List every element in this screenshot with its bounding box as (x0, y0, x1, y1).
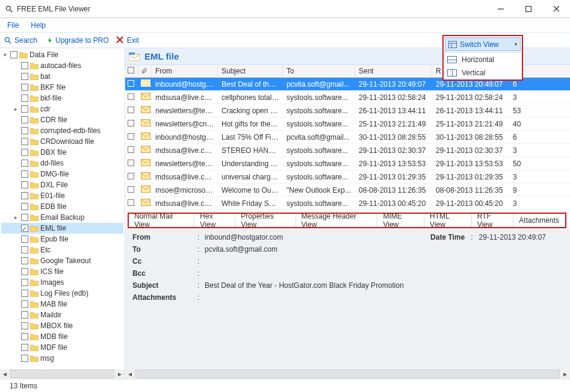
grid-header-attachment-icon[interactable] (138, 65, 152, 77)
view-tab[interactable]: Properties View (235, 214, 296, 227)
preview-subject-value: Best Deal of the Year - HostGator.com Bl… (205, 281, 563, 290)
tree-item-label: Maildir (40, 310, 61, 320)
tree-item[interactable]: DXL File (1, 179, 123, 190)
grid-header-checkbox[interactable] (125, 65, 138, 77)
grid-row[interactable]: msoe@microsoft.c...Welcome to Outl..."Ne… (125, 184, 570, 197)
scroll-track[interactable] (10, 370, 114, 378)
scroll-track[interactable] (135, 370, 560, 378)
tree-item[interactable]: E01-file (1, 190, 123, 201)
tree-item[interactable]: Etc (1, 244, 123, 255)
preview-bcc-label: Bcc (132, 269, 197, 278)
tree-item[interactable]: corrupted-edb-files (1, 125, 123, 136)
scroll-right-icon[interactable]: ▸ (560, 370, 570, 378)
scroll-left-icon[interactable]: ◂ (0, 370, 10, 378)
grid-row[interactable]: newsletters@tech...Cracking open th...sy… (125, 104, 570, 117)
tree-item-label: MDB file (40, 331, 67, 342)
minimize-button[interactable] (487, 0, 515, 18)
switch-view-button[interactable]: Switch View ▾ (445, 37, 521, 51)
grid-row[interactable]: inbound@hostga...Last 75% Off Fire ...pc… (125, 131, 570, 144)
view-tab[interactable]: Normal Mail View (129, 214, 194, 227)
sidebar-scrollbar[interactable]: ◂ ▸ (0, 369, 125, 379)
cell-received: 29-11-2013 02:58:24 (432, 93, 509, 102)
grid-body[interactable]: inbound@hostga...Best Deal of the Y...pc… (125, 78, 570, 210)
cell-subject: White Friday Sale ... (218, 199, 283, 208)
tree-item[interactable]: bat (1, 71, 123, 82)
switch-view-horizontal[interactable]: Horizontal (444, 53, 522, 66)
tree-item[interactable]: MBOX file (1, 320, 123, 331)
close-button[interactable] (542, 0, 570, 18)
menu-help[interactable]: Help (31, 21, 46, 30)
switch-view-dropdown: Horizontal Vertical (444, 52, 522, 79)
grid-row[interactable]: mdsusa@live.comcellphones total c...syst… (125, 91, 570, 104)
grid-row[interactable]: newsletters@tech...Understanding S...sys… (125, 157, 570, 170)
toolbar-exit[interactable]: Exit (116, 36, 139, 45)
cell-from: newsletters@tech... (152, 107, 218, 115)
main-scrollbar[interactable]: ◂ ▸ (125, 369, 570, 379)
menu-file[interactable]: File (7, 21, 19, 30)
view-tab[interactable]: Hex View (194, 214, 235, 227)
tree-item[interactable]: EML file (1, 223, 123, 234)
tree-item[interactable]: ICS file (1, 266, 123, 277)
tree-item[interactable]: Google Takeout (1, 255, 123, 266)
tree-item[interactable]: Maildir (1, 310, 123, 320)
scroll-left-icon[interactable]: ◂ (125, 370, 135, 378)
view-tab[interactable]: Message Header View (296, 214, 378, 227)
toolbar-search-label: Search (14, 36, 37, 45)
grid-row[interactable]: mdsusa@live.comWhite Friday Sale ...syst… (125, 197, 570, 210)
cell-to: pcvita.soft@gmail... (283, 133, 355, 142)
tree-item[interactable]: Log Files (edb) (1, 288, 123, 299)
tree-item-label: MDF file (40, 342, 67, 353)
scroll-right-icon[interactable]: ▸ (115, 370, 125, 378)
svg-rect-24 (141, 199, 150, 206)
grid-header-subject[interactable]: Subject (218, 65, 283, 77)
toolbar-search[interactable]: Search (4, 36, 37, 45)
grid-header-sent[interactable]: Sent (355, 65, 432, 77)
tree-item-label: DMG-file (40, 169, 69, 179)
cell-sent: 29-11-2013 20:49:07 (355, 80, 432, 89)
tree-root[interactable]: ▾Data File (1, 49, 123, 60)
tree-item[interactable]: bkf-file (1, 93, 123, 104)
tree-item[interactable]: ▸cdr (1, 104, 123, 114)
view-tab[interactable]: HTML View (424, 214, 472, 227)
preview-from-label: From (132, 233, 197, 241)
view-tab[interactable]: MIME View (377, 214, 424, 227)
view-tab[interactable]: RTF View (472, 214, 514, 227)
cell-to: systools.software... (283, 93, 355, 102)
tree-item-label: MBOX file (40, 320, 73, 331)
tree-item[interactable]: MDF file (1, 342, 123, 353)
folder-tree[interactable]: ▾Data Fileautocad-filesbatBKF filebkf-fi… (0, 48, 125, 375)
cell-received: 29-11-2013 00:45:20 (432, 199, 509, 208)
cell-to: systools.software... (283, 160, 355, 168)
tree-item[interactable]: MDB file (1, 331, 123, 342)
tree-item[interactable]: CRDownload file (1, 136, 123, 147)
tree-item-label: corrupted-edb-files (40, 125, 101, 136)
tree-item[interactable]: msg (1, 353, 123, 364)
maximize-button[interactable] (515, 0, 542, 18)
grid-header-from[interactable]: From (152, 65, 218, 77)
tree-item[interactable]: DMG-file (1, 169, 123, 179)
tree-item[interactable]: DBX file (1, 147, 123, 158)
grid-row[interactable]: mdsusa@live.comSTEREO HANDSFR...systools… (125, 144, 570, 157)
tree-item-label: Google Takeout (40, 255, 91, 266)
switch-view-vertical[interactable]: Vertical (444, 66, 522, 79)
tree-item-label: Images (40, 277, 64, 288)
tree-item[interactable]: EDB file (1, 201, 123, 212)
tree-item-label: cdr (40, 104, 51, 114)
grid-header-to[interactable]: To (283, 65, 355, 77)
view-tab[interactable]: Attachments (513, 214, 565, 227)
tree-item[interactable]: Epub file (1, 234, 123, 244)
toolbar-upgrade[interactable]: Upgrade to PRO (45, 36, 109, 45)
cell-received: 30-11-2013 08:28:55 (432, 133, 509, 142)
tree-item[interactable]: autocad-files (1, 60, 123, 71)
tree-item[interactable]: CDR file (1, 114, 123, 125)
cell-size: 6 (509, 133, 530, 142)
tree-item[interactable]: Images (1, 277, 123, 288)
tree-item[interactable]: ▸Email Backup (1, 212, 123, 223)
tree-item[interactable]: dd-files (1, 158, 123, 169)
grid-row[interactable]: newsletters@cnet...Hot gifts for the j..… (125, 117, 570, 131)
tree-item[interactable]: BKF file (1, 82, 123, 93)
tree-item[interactable]: MAB file (1, 299, 123, 310)
menubar: File Help (0, 18, 570, 33)
grid-row[interactable]: mdsusa@live.comuniversal charger ...syst… (125, 170, 570, 184)
upgrade-icon (45, 36, 53, 45)
